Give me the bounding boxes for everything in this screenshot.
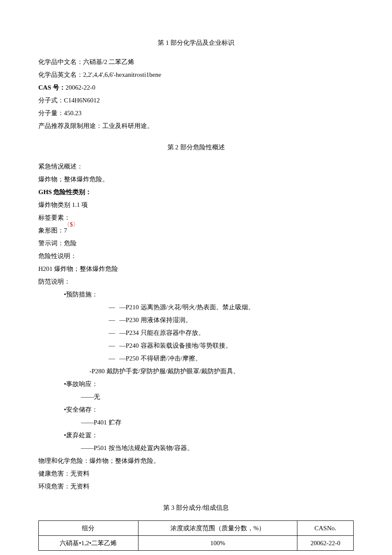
env-text: 无资料 bbox=[70, 483, 89, 490]
mw-label: 分子量： bbox=[38, 110, 64, 116]
use-value: 工业及科研用途。 bbox=[102, 122, 153, 129]
mw-value: 450.23 bbox=[64, 110, 81, 116]
health-label: 健康危害： bbox=[38, 470, 70, 477]
dash: — bbox=[81, 301, 119, 314]
section4-title: 第 4 部分急救措施 bbox=[38, 552, 354, 555]
section1-title: 第 1 部分化学品及企业标识 bbox=[38, 36, 354, 49]
en-name-value: 2,2',4,4',6,6'-hexanitrosti1bene bbox=[83, 71, 161, 78]
table-header-row: 组分 浓度或浓度范围（质量分数，%） CASNo. bbox=[39, 521, 354, 536]
dash: — bbox=[81, 326, 119, 339]
composition-table: 组分 浓度或浓度范围（质量分数，%） CASNo. 六硝基•1,2•二苯乙烯 1… bbox=[38, 520, 354, 551]
formula-label: 分子式： bbox=[38, 97, 64, 104]
ghs-label: GHS 危险性类别： bbox=[38, 186, 354, 198]
physchem-label: 物理和化学危险： bbox=[38, 457, 89, 464]
cell-casno: 20062-22-0 bbox=[297, 536, 354, 551]
p230-text: —P230 用液体保持湿润。 bbox=[119, 317, 192, 323]
health-text: 无资料 bbox=[70, 470, 89, 477]
section2-title: 第 2 部分危险性概述 bbox=[38, 141, 354, 154]
formula-value: C14H6N6012 bbox=[64, 97, 100, 104]
prevention-title: •预防措施： bbox=[38, 288, 354, 301]
storage-p401: ——P401 贮存 bbox=[38, 416, 354, 429]
cn-name-value: 六硝基/2 二苯乙烯 bbox=[83, 58, 134, 65]
physchem-row: 物理和化学危险：爆炸物；整体爆炸危险。 bbox=[38, 454, 354, 467]
dash: — bbox=[81, 339, 119, 352]
response-title: •事故响应： bbox=[38, 378, 354, 390]
en-name-label: 化学品英文名： bbox=[38, 71, 83, 78]
en-name-row: 化学品英文名：2,2',4,4',6,6'-hexanitrosti1bene bbox=[38, 68, 354, 81]
disposal-p501: ——P501 按当地法规处置内装物/容器。 bbox=[38, 442, 354, 454]
header-component: 组分 bbox=[39, 521, 138, 536]
p234-row: ——P234 只能在原容器中存放。 bbox=[38, 326, 354, 339]
section1-body: 化学品中文名：六硝基/2 二苯乙烯 化学品英文名：2,2',4,4',6,6'-… bbox=[38, 55, 354, 132]
dash: — bbox=[81, 352, 119, 365]
p250-text: —P250 不得研磨/冲击/摩擦。 bbox=[119, 355, 202, 362]
signal-value: 危险 bbox=[64, 240, 77, 247]
physchem-text: 爆炸物；整体爆炸危险。 bbox=[89, 457, 160, 464]
cell-concentration: 100% bbox=[138, 536, 297, 551]
cn-name-row: 化学品中文名：六硝基/2 二苯乙烯 bbox=[38, 55, 354, 68]
labelelem-label: 标签要素： bbox=[38, 211, 354, 224]
p280-row: -P280 戴防护手套/穿防护服/戴防护眼罩/戴防护面具。 bbox=[38, 365, 354, 378]
table-row: 六硝基•1,2•二苯乙烯 100% 20062-22-0 bbox=[39, 536, 354, 551]
storage-title: •安全储存： bbox=[38, 403, 354, 416]
use-row: 产品推荐及限制用途：工业及科研用途。 bbox=[38, 119, 354, 132]
formula-row: 分子式：C14H6N6012 bbox=[38, 94, 354, 107]
health-row: 健康危害：无资料 bbox=[38, 467, 354, 480]
p210-row: ——P210 远离热源/火花/明火/热表面。禁止吸烟。 bbox=[38, 301, 354, 314]
signal-label: 警示词： bbox=[38, 240, 64, 247]
cas-label: CAS 号： bbox=[38, 84, 66, 91]
emergency-label: 紧急情况概述： bbox=[38, 160, 354, 173]
signal-row: 警示词：危险 bbox=[38, 237, 354, 250]
precaution-label: 防范说明： bbox=[38, 275, 354, 288]
use-label: 产品推荐及限制用途： bbox=[38, 122, 102, 129]
cas-row: CAS 号：20062-22-0 bbox=[38, 81, 354, 94]
disposal-title: •废弃处置： bbox=[38, 429, 354, 442]
header-concentration: 浓度或浓度范围（质量分数，%） bbox=[138, 521, 297, 536]
p230-row: ——P230 用液体保持湿润。 bbox=[38, 314, 354, 326]
hazard-text: H201 爆炸物；整体爆炸危险 bbox=[38, 262, 354, 275]
emergency-text: 爆炸物；整体爆炸危险。 bbox=[38, 173, 354, 186]
p240-text: —P240 容器和装载设备接地/等势联接。 bbox=[119, 342, 232, 349]
p234-text: —P234 只能在原容器中存放。 bbox=[119, 329, 205, 336]
cas-value: 20062-22-0 bbox=[66, 84, 95, 91]
mw-row: 分子量：450.23 bbox=[38, 107, 354, 119]
p240-row: ——P240 容器和装载设备接地/等势联接。 bbox=[38, 339, 354, 352]
section3-title: 第 3 部分成分/组成信息 bbox=[38, 501, 354, 514]
env-label: 环境危害： bbox=[38, 483, 70, 490]
cell-component: 六硝基•1,2•二苯乙烯 bbox=[39, 536, 138, 551]
dash: — bbox=[81, 314, 119, 326]
response-none: ——无 bbox=[38, 390, 354, 403]
env-row: 环境危害：无资料 bbox=[38, 480, 354, 493]
p210-text: —P210 远离热源/火花/明火/热表面。禁止吸烟。 bbox=[119, 304, 254, 311]
pictogram-superscript: 〈$〉 bbox=[64, 219, 79, 231]
cn-name-label: 化学品中文名： bbox=[38, 58, 83, 65]
p250-row: ——P250 不得研磨/冲击/摩擦。 bbox=[38, 352, 354, 365]
header-casno: CASNo. bbox=[297, 521, 354, 536]
ghs-text: 爆炸物类别 1.1 项 bbox=[38, 198, 354, 211]
pictogram-row: 〈$〉 象形图：7 bbox=[38, 224, 354, 237]
pictogram-label: 象形图： bbox=[38, 227, 64, 234]
section2-body: 紧急情况概述： 爆炸物；整体爆炸危险。 GHS 危险性类别： 爆炸物类别 1.1… bbox=[38, 160, 354, 493]
hazard-label: 危险性说明： bbox=[38, 250, 354, 262]
